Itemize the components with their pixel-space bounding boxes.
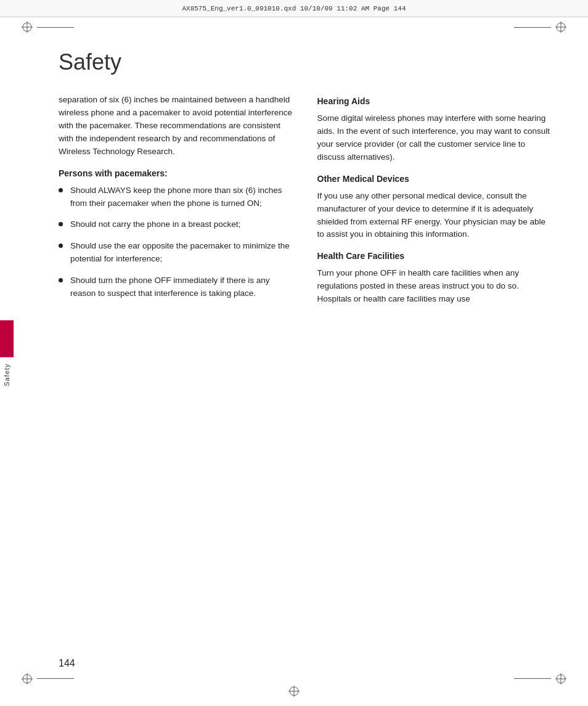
side-tab-label: Safety	[3, 363, 10, 386]
intro-paragraph: separation of six (6) inches be maintain…	[59, 94, 293, 158]
page-title: Safety	[59, 49, 551, 75]
bullet-text-4: Should turn the phone OFF immediately if…	[70, 274, 293, 300]
hearing-aids-heading: Hearing Aids	[317, 96, 552, 106]
reg-mark-top-left	[22, 22, 33, 33]
bullet-item-1: Should ALWAYS keep the phone more than s…	[59, 184, 293, 210]
bullet-text-2: Should not carry the phone in a breast p…	[70, 218, 293, 231]
left-column: separation of six (6) inches be maintain…	[59, 94, 293, 316]
two-column-layout: separation of six (6) inches be maintain…	[59, 94, 551, 316]
bullet-dot-3	[59, 244, 63, 248]
main-content: Safety separation of six (6) inches be m…	[59, 37, 551, 669]
hearing-aids-text: Some digital wireless phones may interfe…	[317, 112, 552, 164]
bullet-dot-2	[59, 222, 63, 226]
crop-mark-top-left	[37, 27, 74, 28]
reg-mark-bottom-left	[22, 673, 33, 684]
header-bar: AX8575_Eng_ver1.0_091010.qxd 10/10/09 11…	[0, 0, 588, 17]
other-medical-heading: Other Medical Devices	[317, 174, 552, 184]
crop-mark-bottom-right	[514, 678, 551, 679]
crop-mark-top-right	[514, 27, 551, 28]
crop-mark-bottom-left	[37, 678, 74, 679]
bullet-item-3: Should use the ear opposite the pacemake…	[59, 240, 293, 266]
other-medical-text: If you use any other personal medical de…	[317, 190, 552, 242]
pacemakers-heading: Persons with pacemakers:	[59, 168, 293, 178]
reg-mark-bottom-right	[555, 673, 566, 684]
health-care-heading: Health Care Facilities	[317, 251, 552, 261]
bullet-dot-4	[59, 278, 63, 282]
header-text: AX8575_Eng_ver1.0_091010.qxd 10/10/09 11…	[182, 5, 406, 12]
right-column: Hearing Aids Some digital wireless phone…	[317, 94, 552, 316]
bullet-item-2: Should not carry the phone in a breast p…	[59, 218, 293, 231]
bullet-dot-1	[59, 188, 63, 192]
reg-mark-top-right	[555, 22, 566, 33]
health-care-text: Turn your phone OFF in health care facil…	[317, 267, 552, 306]
bullet-item-4: Should turn the phone OFF immediately if…	[59, 274, 293, 300]
bullet-text-3: Should use the ear opposite the pacemake…	[70, 240, 293, 266]
bullet-text-1: Should ALWAYS keep the phone more than s…	[70, 184, 293, 210]
side-tab-bar	[0, 320, 14, 357]
reg-mark-bottom-center	[288, 686, 300, 699]
pacemakers-bullet-list: Should ALWAYS keep the phone more than s…	[59, 184, 293, 300]
side-tab: Safety	[0, 320, 14, 386]
